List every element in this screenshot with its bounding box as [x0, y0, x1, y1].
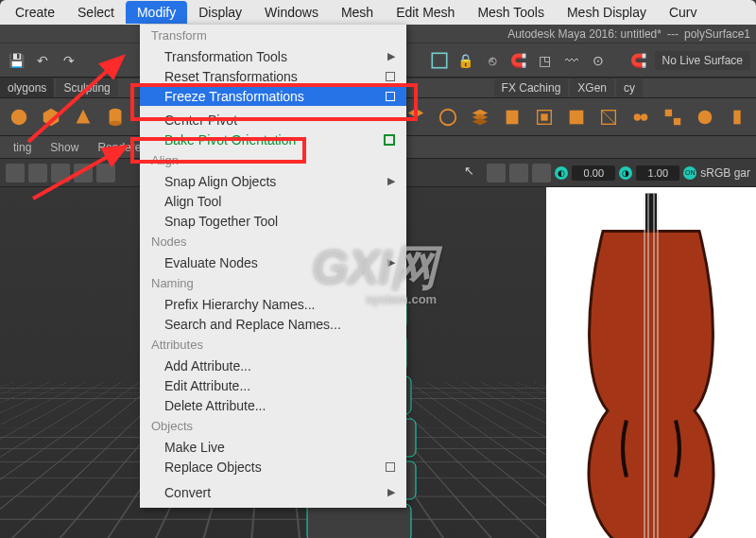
panel-cam-icon[interactable] — [532, 164, 551, 182]
svg-point-4 — [110, 120, 122, 126]
curve-snap-icon[interactable]: 〰 — [561, 50, 582, 71]
panel-icon-5[interactable] — [96, 164, 115, 182]
menuitem-label: Make Live — [164, 440, 225, 455]
panel-view-icon[interactable] — [509, 164, 528, 182]
svg-point-11 — [634, 113, 641, 120]
svg-rect-24 — [307, 504, 411, 538]
menu-edit-mesh[interactable]: Edit Mesh — [385, 1, 466, 24]
menu-curves[interactable]: Curv — [658, 1, 709, 24]
shelf-bridge-icon[interactable] — [597, 106, 620, 129]
svg-point-5 — [440, 109, 456, 125]
shelf-poly-2-icon[interactable] — [437, 106, 459, 129]
exposure-value[interactable]: 0.00 — [572, 165, 615, 181]
menuitem-center-pivot[interactable]: Center Pivot — [140, 110, 406, 130]
panel-sel-icon[interactable]: ↖ — [464, 164, 483, 182]
menu-windows[interactable]: Windows — [253, 1, 330, 24]
modify-dropdown: Transform Transformation Tools▶ Reset Tr… — [140, 25, 406, 508]
poly-cube-icon[interactable] — [40, 106, 62, 129]
poly-cylinder-icon[interactable] — [104, 106, 127, 129]
menuitem-add-attribute[interactable]: Add Attribute... — [140, 356, 406, 375]
menuitem-bake-pivot[interactable]: Bake Pivot Orientation — [140, 130, 406, 149]
no-live-surface[interactable]: No Live Surface — [655, 51, 750, 70]
panel-icon-3[interactable] — [51, 164, 70, 182]
shelf-tab-polygons[interactable]: olygons — [0, 78, 54, 97]
option-box-icon[interactable] — [384, 134, 395, 146]
menuitem-label: Add Attribute... — [164, 358, 251, 373]
gamma-value[interactable]: 1.00 — [636, 165, 679, 181]
shelf-poly-stack-icon[interactable] — [469, 106, 491, 129]
shelf-tab-xgen[interactable]: XGen — [570, 78, 614, 97]
menu-create[interactable]: Create — [4, 1, 66, 24]
menuitem-evaluate-nodes[interactable]: Evaluate Nodes▶ — [140, 252, 406, 272]
panel-icon-2[interactable] — [28, 164, 47, 182]
poly-cone-icon[interactable] — [72, 106, 94, 129]
image-plane-viewport[interactable] — [546, 187, 756, 538]
menuitem-convert[interactable]: Convert▶ — [140, 482, 406, 502]
undo-icon[interactable]: ↶ — [32, 50, 53, 71]
menu-mesh[interactable]: Mesh — [330, 1, 385, 24]
snap-icon[interactable]: ⎋ — [482, 50, 503, 71]
menuitem-search-replace-names[interactable]: Search and Replace Names... — [140, 314, 406, 334]
shelf-detach-icon[interactable] — [662, 106, 684, 129]
lock-icon[interactable]: 🔒 — [455, 50, 476, 71]
menuitem-transformation-tools[interactable]: Transformation Tools▶ — [140, 46, 406, 66]
select-tool-icon[interactable] — [429, 50, 450, 71]
shelf-bevel-icon[interactable] — [565, 106, 588, 129]
shelf-last-icon[interactable] — [726, 106, 748, 129]
shelf-poly-box-icon[interactable] — [501, 106, 524, 129]
menuitem-reset-transformations[interactable]: Reset Transformations — [140, 66, 406, 86]
redo-icon[interactable]: ↷ — [59, 50, 79, 71]
shelf-smooth-icon[interactable] — [694, 106, 716, 129]
colorspace-label[interactable]: sRGB gar — [700, 166, 750, 180]
menu-select[interactable]: Select — [66, 1, 126, 24]
menuitem-prefix-names[interactable]: Prefix Hierarchy Names... — [140, 294, 406, 314]
menuitem-replace-objects[interactable]: Replace Objects — [140, 457, 406, 477]
shelf-merge-icon[interactable] — [629, 106, 652, 129]
shelf-extrude-icon[interactable] — [533, 106, 556, 129]
menu-display[interactable]: Display — [187, 1, 253, 24]
shelf-tab-sculpting[interactable]: Sculpting — [56, 78, 117, 97]
panel-icon-1[interactable] — [6, 164, 25, 182]
menuitem-label: Snap Together Tool — [164, 214, 278, 229]
point-snap-icon[interactable]: ⊙ — [588, 50, 609, 71]
svg-point-1 — [11, 109, 27, 125]
panel-lighting[interactable]: ting — [4, 137, 41, 158]
svg-rect-8 — [570, 110, 584, 124]
panel-box-icon[interactable] — [487, 164, 506, 182]
option-box-icon[interactable] — [386, 92, 395, 101]
exposure-high-icon[interactable]: ◑ — [619, 166, 632, 180]
panel-show[interactable]: Show — [41, 137, 88, 158]
menuitem-align-tool[interactable]: Align Tool — [140, 191, 406, 211]
menuitem-label: Bake Pivot Orientation — [164, 132, 296, 148]
menuitem-edit-attribute[interactable]: Edit Attribute... — [140, 375, 406, 395]
menuitem-label: Align Tool — [164, 194, 221, 209]
section-align: Align — [140, 149, 406, 171]
magnet-icon[interactable]: 🧲 — [508, 50, 529, 71]
save-icon[interactable]: 💾 — [6, 50, 26, 71]
menuitem-snap-together[interactable]: Snap Together Tool — [140, 211, 406, 231]
menuitem-label: Reset Transformations — [164, 69, 298, 84]
panel-icon-4[interactable] — [74, 164, 93, 182]
menuitem-delete-attribute[interactable]: Delete Attribute... — [140, 395, 406, 415]
shelf-poly-1-icon[interactable] — [404, 106, 427, 129]
option-box-icon[interactable] — [386, 462, 395, 472]
menu-mesh-display[interactable]: Mesh Display — [556, 1, 658, 24]
menuitem-freeze-transformations[interactable]: Freeze Transformations — [140, 86, 406, 106]
violin-image — [546, 187, 756, 538]
menuitem-label: Center Pivot — [164, 113, 237, 128]
menu-mesh-tools[interactable]: Mesh Tools — [466, 1, 556, 24]
srgb-toggle-icon[interactable]: ON — [683, 166, 696, 180]
shelf-tab-fxcaching[interactable]: FX Caching — [494, 78, 569, 97]
section-attributes: Attributes — [140, 334, 406, 356]
menuitem-snap-align[interactable]: Snap Align Objects▶ — [140, 171, 406, 191]
poly-sphere-icon[interactable] — [8, 106, 30, 129]
option-box-icon[interactable] — [386, 72, 395, 81]
menu-modify[interactable]: Modify — [126, 1, 187, 24]
shelf-tab-cy[interactable]: cy — [616, 78, 643, 97]
menuitem-label: Freeze Transformations — [164, 89, 304, 104]
grid-snap-icon[interactable]: ◳ — [535, 50, 556, 71]
menuitem-make-live[interactable]: Make Live — [140, 437, 406, 457]
submenu-arrow-icon: ▶ — [387, 50, 395, 62]
live-surface-icon[interactable]: 🧲 — [628, 50, 649, 71]
exposure-low-icon[interactable]: ◐ — [555, 166, 568, 180]
